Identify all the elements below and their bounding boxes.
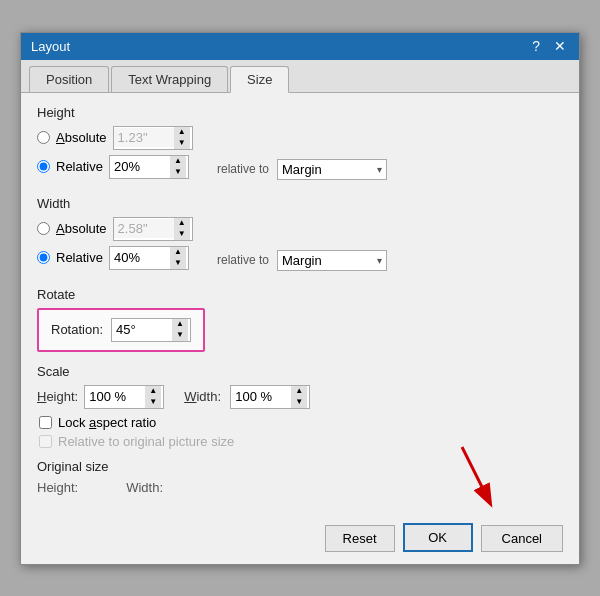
width-absolute-down[interactable]: ▼ (174, 229, 190, 240)
width-absolute-radio[interactable] (37, 222, 50, 235)
width-relative-label: Relative (56, 250, 103, 265)
lock-aspect-checkbox[interactable] (39, 416, 52, 429)
rotate-inner: Rotation: ▲ ▼ (51, 318, 191, 342)
width-absolute-input[interactable]: ▲ ▼ (113, 217, 193, 241)
width-relative-input[interactable]: ▲ ▼ (109, 246, 189, 270)
width-margin-dropdown[interactable]: Margin ▾ (277, 250, 387, 271)
scale-label: Scale (37, 364, 563, 379)
width-relative-row: Relative ▲ ▼ (37, 246, 189, 270)
rotation-input[interactable]: ▲ ▼ (111, 318, 191, 342)
rotate-box: Rotation: ▲ ▼ (37, 308, 205, 352)
width-absolute-up[interactable]: ▲ (174, 218, 190, 229)
orig-height-item: Height: (37, 480, 86, 495)
height-absolute-input[interactable]: ▲ ▼ (113, 126, 193, 150)
ok-button[interactable]: OK (403, 523, 473, 552)
tab-text-wrapping[interactable]: Text Wrapping (111, 66, 228, 92)
height-relative-down[interactable]: ▼ (170, 167, 186, 178)
buttons-area: Reset OK Cancel (21, 515, 579, 564)
lock-aspect-label: Lock aspect ratio (58, 415, 156, 430)
rotation-down[interactable]: ▼ (172, 330, 188, 341)
rotation-up[interactable]: ▲ (172, 319, 188, 330)
scale-height-value[interactable] (85, 387, 145, 406)
scale-width-down[interactable]: ▼ (291, 397, 307, 408)
scale-width-item: Width: ▲ ▼ (184, 385, 310, 409)
help-button[interactable]: ? (529, 39, 543, 53)
scale-height-up[interactable]: ▲ (145, 386, 161, 397)
height-relative-value[interactable] (110, 157, 170, 176)
height-absolute-up[interactable]: ▲ (174, 127, 190, 138)
scale-width-up[interactable]: ▲ (291, 386, 307, 397)
orig-width-label: Width: (126, 480, 163, 495)
height-relative-up[interactable]: ▲ (170, 156, 186, 167)
dialog-content: Height Absolute ▲ ▼ Relative (21, 93, 579, 515)
width-relative-down[interactable]: ▼ (170, 258, 186, 269)
cancel-button[interactable]: Cancel (481, 525, 563, 552)
scale-width-label: Width: (184, 389, 224, 404)
height-relative-container: Relative ▲ ▼ relative to Margin ▾ (37, 155, 563, 184)
tab-bar: Position Text Wrapping Size (21, 60, 579, 93)
width-absolute-label: Absolute (56, 221, 107, 236)
original-size-label: Original size (37, 459, 563, 474)
height-absolute-down[interactable]: ▼ (174, 138, 190, 149)
layout-dialog: Layout ? ✕ Position Text Wrapping Size H… (20, 32, 580, 565)
width-label: Width (37, 196, 563, 211)
width-relative-to-row: relative to Margin ▾ (217, 250, 387, 271)
width-dropdown-arrow: ▾ (377, 255, 382, 266)
height-absolute-row: Absolute ▲ ▼ (37, 126, 563, 150)
width-relative-to-label: relative to (217, 253, 269, 267)
width-absolute-value[interactable] (114, 219, 174, 238)
scale-row: Height: ▲ ▼ Width: ▲ (37, 385, 563, 409)
width-relative-up[interactable]: ▲ (170, 247, 186, 258)
rotation-spinners: ▲ ▼ (172, 319, 188, 341)
dialog-title: Layout (31, 39, 70, 54)
height-absolute-spinners: ▲ ▼ (174, 127, 190, 149)
scale-width-value[interactable] (231, 387, 291, 406)
width-relative-spinners: ▲ ▼ (170, 247, 186, 269)
original-size-row: Height: Width: (37, 480, 563, 495)
height-relative-label: Relative (56, 159, 103, 174)
scale-width-spinners: ▲ ▼ (291, 386, 307, 408)
height-relative-row: Relative ▲ ▼ (37, 155, 189, 179)
height-section: Height Absolute ▲ ▼ Relative (37, 105, 563, 184)
reset-button[interactable]: Reset (325, 525, 395, 552)
height-absolute-radio[interactable] (37, 131, 50, 144)
width-relative-value[interactable] (110, 248, 170, 267)
width-section: Width Absolute ▲ ▼ Relative (37, 196, 563, 275)
lock-aspect-row: Lock aspect ratio (39, 415, 563, 430)
width-relative-container: Relative ▲ ▼ relative to Margin ▾ (37, 246, 563, 275)
height-relative-spinners: ▲ ▼ (170, 156, 186, 178)
height-margin-dropdown[interactable]: Margin ▾ (277, 159, 387, 180)
scale-height-input[interactable]: ▲ ▼ (84, 385, 164, 409)
width-relative-radio[interactable] (37, 251, 50, 264)
original-size-section: Original size Height: Width: (37, 459, 563, 495)
relative-original-label: Relative to original picture size (58, 434, 234, 449)
height-relative-input[interactable]: ▲ ▼ (109, 155, 189, 179)
tab-size[interactable]: Size (230, 66, 289, 93)
scale-height-item: Height: ▲ ▼ (37, 385, 164, 409)
scale-height-label: Height: (37, 389, 78, 404)
rotation-label: Rotation: (51, 322, 103, 337)
close-button[interactable]: ✕ (551, 39, 569, 53)
scale-width-input[interactable]: ▲ ▼ (230, 385, 310, 409)
title-bar-controls: ? ✕ (529, 39, 569, 53)
width-absolute-row: Absolute ▲ ▼ (37, 217, 563, 241)
tab-position[interactable]: Position (29, 66, 109, 92)
width-absolute-spinners: ▲ ▼ (174, 218, 190, 240)
height-label: Height (37, 105, 563, 120)
height-absolute-value[interactable] (114, 128, 174, 147)
relative-original-checkbox[interactable] (39, 435, 52, 448)
scale-height-spinners: ▲ ▼ (145, 386, 161, 408)
rotation-value[interactable] (112, 320, 172, 339)
height-relative-to-label: relative to (217, 162, 269, 176)
relative-original-row: Relative to original picture size (39, 434, 563, 449)
height-absolute-label: Absolute (56, 130, 107, 145)
orig-width-item: Width: (126, 480, 171, 495)
height-relative-to-row: relative to Margin ▾ (217, 159, 387, 180)
orig-height-label: Height: (37, 480, 78, 495)
scale-height-down[interactable]: ▼ (145, 397, 161, 408)
height-relative-radio[interactable] (37, 160, 50, 173)
title-bar: Layout ? ✕ (21, 33, 579, 60)
scale-section: Scale Height: ▲ ▼ Width: (37, 364, 563, 449)
buttons-row: Reset OK Cancel (21, 515, 579, 564)
height-dropdown-arrow: ▾ (377, 164, 382, 175)
